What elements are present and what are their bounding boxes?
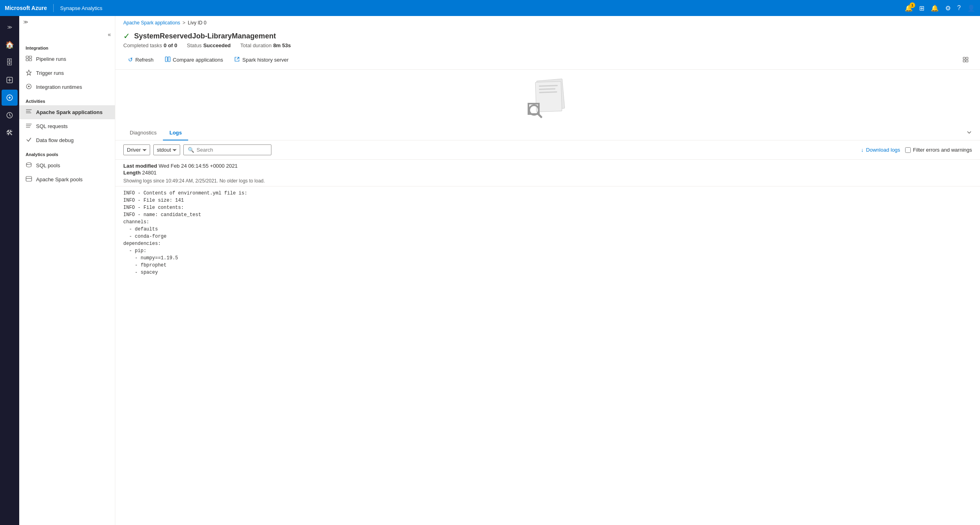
user-icon[interactable]: 👤	[967, 4, 975, 12]
status-value: Succeeded	[203, 42, 231, 48]
compare-icon	[165, 56, 171, 63]
integration-header: Integration	[19, 41, 115, 52]
icon-sidebar: ≫ 🏠 🗄 🛠	[0, 16, 19, 525]
svg-rect-4	[29, 56, 32, 58]
driver-select[interactable]: Driver	[123, 144, 150, 155]
tab-logs[interactable]: Logs	[163, 126, 188, 140]
nav-pipeline-runs[interactable]: Pipeline runs	[19, 52, 115, 66]
tabs-bar: Diagnostics Logs	[115, 126, 980, 140]
filter-errors-label[interactable]: Filter errors and warnings	[905, 147, 972, 153]
pipeline-runs-label: Pipeline runs	[36, 56, 66, 62]
compare-apps-button[interactable]: Compare applications	[160, 54, 228, 66]
spark-applications-label: Apache Spark applications	[36, 109, 102, 115]
svg-rect-21	[966, 57, 968, 59]
log-content[interactable]: INFO - Contents of environment.yml file …	[115, 186, 980, 525]
log-search-box[interactable]: 🔍	[183, 144, 271, 155]
dataflow-debug-icon	[26, 136, 32, 144]
breadcrumb-parent[interactable]: Apache Spark applications	[123, 20, 180, 26]
stdout-select[interactable]: stdout	[153, 144, 180, 155]
log-metadata: Last modified Wed Feb 24 06:14:55 +0000 …	[115, 160, 980, 178]
logs-toolbar-right: ↓ Download logs Filter errors and warnin…	[861, 147, 972, 153]
length-value: 24801	[142, 170, 157, 176]
nav-spark-pools[interactable]: Apache Spark pools	[19, 172, 115, 186]
compare-label: Compare applications	[173, 57, 223, 63]
nav-trigger-runs[interactable]: Trigger runs	[19, 66, 115, 80]
refresh-button[interactable]: ↺ Refresh	[123, 54, 159, 65]
integration-runtimes-label: Integration runtimes	[36, 84, 82, 90]
nav-collapse-btn[interactable]: «	[19, 28, 115, 41]
integration-runtimes-icon	[26, 83, 32, 91]
status-label: Status	[187, 42, 202, 48]
nav-sql-requests[interactable]: SQL requests	[19, 119, 115, 133]
external-link-icon	[234, 56, 240, 63]
notification-icon[interactable]: 🔔 1	[905, 4, 913, 12]
toolbar-icon-btn-1[interactable]	[959, 53, 972, 66]
breadcrumb-current: Livy ID 0	[188, 20, 207, 26]
breadcrumb: Apache Spark applications > Livy ID 0	[115, 16, 980, 28]
last-modified-label: Last modified	[123, 163, 157, 169]
app-name: Synapse Analytics	[60, 5, 102, 11]
grid-icon[interactable]: ⊞	[919, 4, 924, 12]
job-title-row: ✓ SystemReservedJob-LibraryManagement	[123, 31, 972, 41]
refresh-icon: ↺	[128, 56, 133, 63]
duration-label: Total duration	[240, 42, 271, 48]
log-last-modified: Last modified Wed Feb 24 06:14:55 +0000 …	[123, 163, 972, 169]
topbar-divider	[53, 4, 54, 12]
topbar: Microsoft Azure Synapse Analytics 🔔 1 ⊞ …	[0, 0, 980, 16]
sidebar-develop-btn[interactable]	[2, 72, 18, 88]
empty-illustration	[528, 80, 568, 116]
activities-header: Activities	[19, 94, 115, 105]
filter-errors-text: Filter errors and warnings	[913, 147, 972, 153]
svg-rect-18	[165, 57, 167, 62]
layout: ≫ 🏠 🗄 🛠 ≫ « Integration Pipeline runs	[0, 16, 980, 525]
nav-expand-btn[interactable]: ≫	[19, 16, 115, 28]
stdout-select-value: stdout	[157, 147, 171, 153]
filter-errors-checkbox[interactable]	[905, 147, 911, 153]
history-server-button[interactable]: Spark history server	[229, 54, 293, 66]
job-meta: Completed tasks 0 of 0 Status Succeeded …	[123, 42, 972, 48]
alert-icon[interactable]: 🔔	[931, 4, 939, 12]
notification-badge: 1	[910, 2, 915, 8]
history-server-label: Spark history server	[242, 57, 289, 63]
length-label: Length	[123, 170, 141, 176]
spark-pools-icon	[26, 176, 32, 183]
sql-pools-icon	[26, 162, 32, 169]
sidebar-integrate-btn[interactable]	[2, 90, 18, 106]
trigger-runs-icon	[26, 69, 32, 77]
svg-rect-16	[26, 176, 32, 181]
tab-diagnostics[interactable]: Diagnostics	[123, 126, 163, 140]
svg-rect-20	[963, 57, 965, 59]
main-content: Apache Spark applications > Livy ID 0 ✓ …	[115, 16, 980, 525]
logs-panel: Driver stdout 🔍 ↓ Download logs	[115, 140, 980, 525]
help-icon[interactable]: ?	[957, 4, 961, 12]
tabs-collapse-btn[interactable]	[966, 130, 972, 136]
sidebar-home-btn[interactable]: 🏠	[2, 37, 18, 53]
settings-icon[interactable]: ⚙	[945, 4, 951, 12]
sidebar-data-btn[interactable]: 🗄	[2, 54, 18, 70]
job-status-icon: ✓	[123, 31, 130, 41]
trigger-runs-label: Trigger runs	[36, 70, 64, 76]
svg-rect-3	[26, 56, 28, 58]
azure-logo: Microsoft Azure	[5, 5, 47, 11]
nav-sql-pools[interactable]: SQL pools	[19, 158, 115, 172]
download-icon: ↓	[861, 147, 864, 153]
completed-tasks: Completed tasks 0 of 0	[123, 42, 177, 48]
refresh-label: Refresh	[135, 57, 154, 63]
sidebar-toggle-btn[interactable]: ≫	[2, 19, 18, 35]
download-logs-button[interactable]: ↓ Download logs	[861, 147, 900, 153]
completed-tasks-label: Completed tasks	[123, 42, 162, 48]
svg-point-15	[26, 163, 31, 165]
log-search-input[interactable]	[197, 147, 267, 153]
log-search-icon: 🔍	[188, 147, 194, 153]
sidebar-manage-btn[interactable]: 🛠	[2, 125, 18, 141]
nav-spark-applications[interactable]: Apache Spark applications	[19, 105, 115, 119]
left-nav: ≫ « Integration Pipeline runs Trigger ru…	[19, 16, 115, 525]
spark-pools-label: Apache Spark pools	[36, 176, 82, 182]
nav-dataflow-debug[interactable]: Data flow debug	[19, 133, 115, 147]
sidebar-monitor-btn[interactable]	[2, 107, 18, 123]
nav-integration-runtimes[interactable]: Integration runtimes	[19, 80, 115, 94]
toolbar-right	[959, 53, 972, 66]
sql-pools-label: SQL pools	[36, 162, 60, 168]
breadcrumb-separator: >	[183, 20, 185, 26]
job-status: Status Succeeded	[187, 42, 231, 48]
